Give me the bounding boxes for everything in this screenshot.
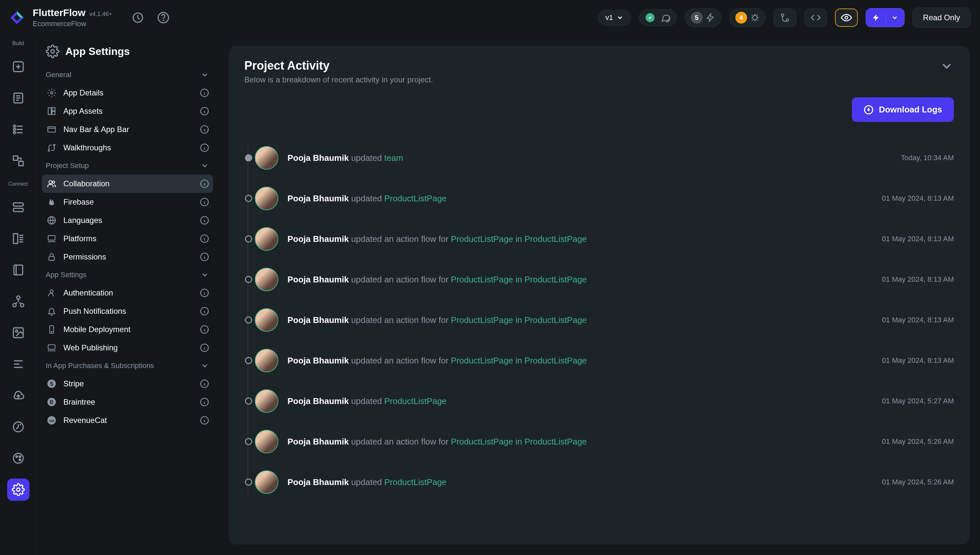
activity-link[interactable]: ProductListPage xyxy=(384,194,446,203)
sidebar-item-authentication[interactable]: Authentication xyxy=(42,284,213,302)
activity-link[interactable]: ProductListPage xyxy=(384,477,446,487)
info-icon[interactable] xyxy=(200,343,209,352)
branch-button[interactable] xyxy=(774,8,796,27)
sidebar-item-push-notifications[interactable]: Push Notifications xyxy=(42,302,213,320)
rail-custom[interactable] xyxy=(7,353,29,375)
sidebar-item-app-assets[interactable]: App Assets xyxy=(42,102,213,120)
rail-tree[interactable] xyxy=(7,118,29,141)
svg-rect-50 xyxy=(49,257,54,260)
sidebar-item-app-details[interactable]: App Details xyxy=(42,84,213,102)
check-chat-pill[interactable] xyxy=(639,9,677,26)
activity-row: Pooja Bhaumik updated ProductListPage 01… xyxy=(255,462,954,502)
svg-point-42 xyxy=(49,181,52,184)
rail-firestore[interactable] xyxy=(7,196,29,218)
sidebar-item-braintree[interactable]: B Braintree xyxy=(42,393,213,411)
sidebar-item-nav-bar-app-bar[interactable]: Nav Bar & App Bar xyxy=(42,120,213,139)
activity-time: 01 May 2024, 8:13 AM xyxy=(882,275,954,284)
info-icon[interactable] xyxy=(200,234,209,243)
history-icon[interactable] xyxy=(132,11,144,24)
info-icon[interactable] xyxy=(200,288,209,297)
activity-user: Pooja Bhaumik xyxy=(288,396,349,406)
sidebar-item-web-publishing[interactable]: Web Publishing xyxy=(42,338,213,357)
info-icon[interactable] xyxy=(200,306,209,316)
activity-row: Pooja Bhaumik updated an action flow for… xyxy=(255,259,954,300)
warnings-pill[interactable]: 5 xyxy=(685,8,721,27)
help-icon[interactable] xyxy=(157,11,169,24)
avatar xyxy=(255,430,278,453)
code-icon xyxy=(811,13,821,23)
sidebar-item-firebase[interactable]: Firebase xyxy=(42,193,213,211)
info-icon[interactable] xyxy=(200,325,209,334)
activity-link[interactable]: ProductListPage xyxy=(384,396,446,406)
info-icon[interactable] xyxy=(200,179,209,188)
sidebar-item-languages[interactable]: Languages xyxy=(42,211,213,229)
info-icon[interactable] xyxy=(200,107,209,116)
activity-link[interactable]: ProductListPage in ProductListPage xyxy=(451,437,587,446)
activity-verb: updated an action flow for xyxy=(351,234,451,244)
activity-user: Pooja Bhaumik xyxy=(288,153,349,163)
collapse-panel-button[interactable] xyxy=(940,59,954,73)
info-icon[interactable] xyxy=(200,379,209,388)
sidebar-item-collaboration[interactable]: Collaboration xyxy=(42,175,213,193)
activity-time: 01 May 2024, 8:13 AM xyxy=(882,235,954,243)
info-icon[interactable] xyxy=(200,416,209,425)
read-only-button[interactable]: Read Only xyxy=(912,8,971,28)
info-icon[interactable] xyxy=(200,197,209,207)
sidebar-item-permissions[interactable]: Permissions xyxy=(42,248,213,266)
rail-build-label: Build xyxy=(13,40,24,47)
svg-point-56 xyxy=(51,331,52,332)
svg-rect-48 xyxy=(48,236,55,240)
user-icon xyxy=(46,288,58,297)
preview-button[interactable] xyxy=(835,8,858,27)
activity-link[interactable]: ProductListPage in ProductListPage xyxy=(451,234,587,244)
sidebar-item-revenuecat[interactable]: cat RevenueCat xyxy=(42,411,213,430)
info-icon[interactable] xyxy=(200,125,209,134)
activity-text: Pooja Bhaumik updated team xyxy=(288,153,892,163)
rail-settings[interactable] xyxy=(7,478,29,501)
lock-icon xyxy=(46,252,58,261)
sidebar-item-stripe[interactable]: S Stripe xyxy=(42,375,213,393)
rail-tests[interactable] xyxy=(7,416,29,438)
rail-connect-label: Connect xyxy=(8,181,28,187)
sidebar-item-mobile-deployment[interactable]: Mobile Deployment xyxy=(42,320,213,338)
activity-link[interactable]: ProductListPage in ProductListPage xyxy=(451,356,587,366)
chevron-down-icon xyxy=(201,71,209,79)
panel-title: Project Activity xyxy=(245,59,433,72)
activity-link[interactable]: team xyxy=(384,153,403,163)
rail-datatypes[interactable] xyxy=(7,228,29,250)
rail-api[interactable] xyxy=(7,290,29,313)
svg-text:S: S xyxy=(50,381,54,387)
code-button[interactable] xyxy=(804,8,827,27)
sidebar-item-label: Authentication xyxy=(63,288,194,297)
rail-theme[interactable] xyxy=(7,447,29,469)
svg-rect-14 xyxy=(19,162,23,166)
sidebar-item-label: Collaboration xyxy=(63,179,194,188)
rail-media[interactable] xyxy=(7,322,29,344)
info-icon[interactable] xyxy=(200,88,209,98)
bug-icon xyxy=(750,13,759,22)
rail-pages[interactable] xyxy=(7,87,29,109)
rail-add[interactable] xyxy=(7,56,29,78)
svg-point-29 xyxy=(17,488,20,491)
section-header[interactable]: In App Purchases & Subscriptions xyxy=(42,357,213,375)
laptop-icon xyxy=(46,343,58,352)
section-header[interactable]: General xyxy=(42,66,213,84)
globe-icon xyxy=(46,216,58,225)
version-selector[interactable]: v1 xyxy=(598,10,631,26)
section-header[interactable]: App Settings xyxy=(42,266,213,284)
section-header[interactable]: Project Setup xyxy=(42,157,213,175)
rail-cloud[interactable] xyxy=(7,384,29,407)
info-icon[interactable] xyxy=(200,143,209,152)
sidebar-item-walkthroughs[interactable]: Walkthroughs xyxy=(42,139,213,157)
bugs-pill[interactable]: 4 xyxy=(729,8,766,27)
info-icon[interactable] xyxy=(200,216,209,225)
rail-storyboard[interactable] xyxy=(7,150,29,172)
info-icon[interactable] xyxy=(200,398,209,407)
run-button[interactable] xyxy=(866,8,905,27)
rail-appstate[interactable] xyxy=(7,259,29,281)
sidebar-item-platforms[interactable]: Platforms xyxy=(42,229,213,248)
activity-link[interactable]: ProductListPage in ProductListPage xyxy=(451,274,587,284)
download-logs-button[interactable]: Download Logs xyxy=(852,98,954,122)
activity-link[interactable]: ProductListPage in ProductListPage xyxy=(451,315,587,325)
info-icon[interactable] xyxy=(200,252,209,261)
